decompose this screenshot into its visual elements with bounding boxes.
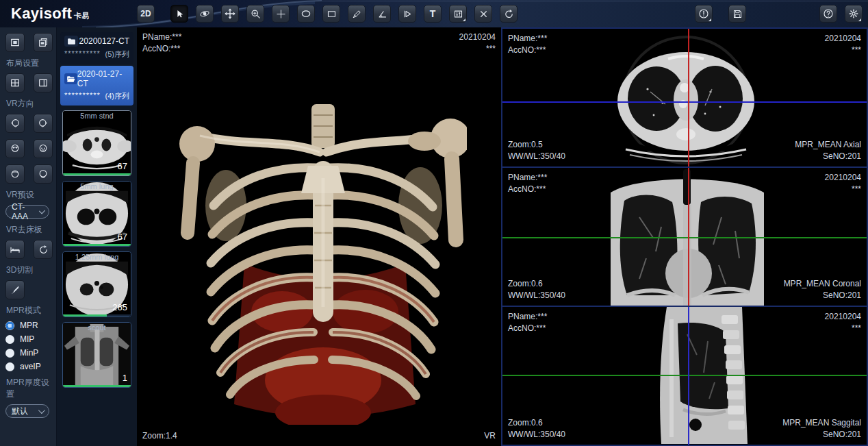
cursor-tool-button[interactable] — [170, 5, 188, 23]
ellipse-roi-tool-button[interactable] — [297, 5, 315, 23]
help-button[interactable] — [819, 5, 837, 23]
vr-viewport[interactable]: PName:*** AccNO:*** 20210204 *** Zoom:1.… — [137, 27, 501, 446]
submenu-corner-mark — [463, 18, 465, 21]
coronal-horizontal-reference-line[interactable] — [502, 237, 867, 238]
mode-2d-label: 2D — [140, 9, 151, 18]
settings-button[interactable] — [845, 5, 863, 23]
window-level-tool-button[interactable] — [449, 5, 467, 23]
top-toolbar: Kayisoft 卡易 2D — [0, 0, 868, 27]
mpr-thickness-value: 默认 — [12, 406, 28, 417]
mpr-mode-option-label: MIP — [20, 334, 34, 344]
thumbnail-progress-bar — [63, 385, 131, 387]
pan-tool-button[interactable] — [221, 5, 239, 23]
thumbnail-image-count: 265 — [112, 302, 127, 312]
mpr-plane-label: MPR_MEAN Coronal — [784, 278, 861, 290]
scout-xray-thumbnail-image — [63, 323, 131, 387]
scalpel-cut-button[interactable] — [5, 280, 25, 299]
mpr-mode-option-mip[interactable]: MIP — [5, 334, 56, 344]
chevron-down-icon — [38, 208, 45, 214]
mpr-mode-option-label: MPR — [20, 321, 38, 330]
rectangle-roi-tool-button[interactable] — [322, 5, 340, 23]
accession-number-text: AccNO:*** — [508, 323, 547, 334]
layout-split-button[interactable] — [34, 73, 53, 92]
save-button[interactable] — [728, 5, 746, 23]
coronal-vertical-reference-line[interactable] — [688, 168, 689, 306]
axial-vertical-reference-line[interactable] — [688, 29, 689, 166]
report-info-button[interactable] — [695, 5, 713, 23]
masked-text: *** — [825, 323, 861, 334]
vr-direction-posterior-button[interactable] — [34, 139, 53, 158]
study-item-1[interactable]: 20200127-CT ********** (5)序列 — [60, 32, 133, 64]
length-measure-tool-button[interactable] — [348, 5, 366, 23]
angle-icon — [377, 9, 387, 19]
text-annotation-tool-button[interactable]: T — [424, 5, 442, 23]
chevron-down-icon — [38, 407, 45, 414]
vr-direction-superior-button[interactable] — [5, 164, 25, 184]
study-patient-masked: ********** — [64, 91, 101, 101]
radio-icon — [5, 349, 14, 358]
mpr-coronal-viewport[interactable]: PName:***AccNO:*** 20210204*** Zoom:0.6W… — [501, 168, 868, 307]
vr-bed-removal-label: VR去床板 — [6, 224, 56, 236]
series-thumbnail-scout[interactable]: scout 1 — [62, 322, 131, 388]
series-thumbnail-5mm-stnd[interactable]: 5mm stnd 67 — [62, 110, 131, 176]
vr-mode-text: VR — [484, 430, 496, 442]
thumbnail-image-count: 67 — [118, 232, 127, 242]
delete-annotation-tool-button[interactable] — [474, 5, 492, 23]
thumbnail-label: 5mm lung — [63, 182, 131, 190]
patient-name-text: PName:*** — [142, 32, 181, 43]
mpr-mode-option-aveip[interactable]: aveIP — [5, 362, 56, 371]
layout-single-icon — [10, 37, 21, 48]
mpr-mode-option-mpr[interactable]: MPR — [5, 321, 56, 330]
study-item-2-selected[interactable]: 2020-01-27-CT ********** (4)序列 — [60, 66, 133, 106]
layout-stack-button[interactable] — [34, 33, 53, 52]
vr-direction-anterior-button[interactable] — [5, 139, 25, 158]
sagittal-vertical-reference-line[interactable] — [688, 307, 689, 445]
layout-grid-2x2-button[interactable] — [5, 73, 25, 92]
vr-direction-inferior-button[interactable] — [34, 164, 53, 184]
rotate-3d-tool-button[interactable] — [196, 5, 214, 23]
mode-2d-button[interactable]: 2D — [137, 5, 155, 23]
remove-bed-button[interactable] — [5, 240, 25, 259]
thumbnail-image-count: 67 — [118, 161, 127, 171]
accession-number-text: AccNO:*** — [508, 184, 547, 195]
zoom-tool-button[interactable] — [246, 5, 264, 23]
zoom-factor-text: Zoom:0.6 — [508, 278, 565, 290]
series-thumbnail-5mm-lung[interactable]: 5mm lung 67 — [62, 181, 131, 247]
app-logo: Kayisoft 卡易 — [0, 5, 137, 23]
crosshair-tool-button[interactable] — [272, 5, 290, 23]
folder-closed-icon — [64, 36, 78, 47]
mpr-mode-option-minp[interactable]: MinP — [5, 348, 56, 358]
axial-horizontal-reference-line[interactable] — [502, 101, 867, 103]
render-mode-text: VR — [484, 430, 496, 442]
series-number-text: SeNO:201 — [784, 290, 861, 301]
vr-direction-left-button[interactable] — [5, 114, 25, 133]
series-thumbnail-125mm-lung[interactable]: 1.25mm lung 265 — [62, 251, 131, 317]
sagittal-horizontal-reference-line[interactable] — [502, 375, 867, 376]
mpr-mode-label: MPR模式 — [6, 305, 56, 317]
head-bottom-icon — [38, 169, 49, 179]
mpr-axial-viewport[interactable]: PName:***AccNO:*** 20210204*** Zoom:0.5W… — [501, 27, 868, 168]
study-date-text: 20210204 — [825, 311, 861, 323]
radio-selected-icon — [5, 321, 14, 330]
layout-single-button[interactable] — [5, 33, 25, 52]
cobb-angle-tool-button[interactable] — [398, 5, 416, 23]
study-patient-masked: ********** — [64, 49, 101, 60]
head-right-icon — [38, 118, 49, 129]
bed-reset-button[interactable] — [34, 240, 53, 259]
angle-measure-tool-button[interactable] — [373, 5, 391, 23]
app-logo-cn: 卡易 — [74, 11, 89, 21]
thumbnail-label: 1.25mm lung — [63, 253, 131, 261]
mpr-column: PName:***AccNO:*** 20210204*** Zoom:0.5W… — [501, 27, 868, 446]
zoom-factor-text: Zoom:0.5 — [508, 139, 565, 151]
cut-3d-label: 3D切割 — [6, 264, 56, 276]
patient-name-text: PName:*** — [508, 172, 547, 184]
layout-grid-icon — [10, 77, 21, 88]
vr-preset-dropdown[interactable]: CT-AAA — [5, 205, 49, 219]
vr-patient-info: PName:*** AccNO:*** — [142, 32, 181, 55]
mpr-thickness-dropdown[interactable]: 默认 — [5, 404, 49, 418]
reset-view-button[interactable] — [500, 5, 518, 23]
mpr-sagittal-viewport[interactable]: PName:***AccNO:*** 20210204*** Zoom:0.6W… — [501, 307, 868, 446]
vr-study-date: 20210204 *** — [459, 32, 496, 55]
vr-direction-right-button[interactable] — [34, 114, 53, 133]
pan-icon — [225, 8, 235, 19]
